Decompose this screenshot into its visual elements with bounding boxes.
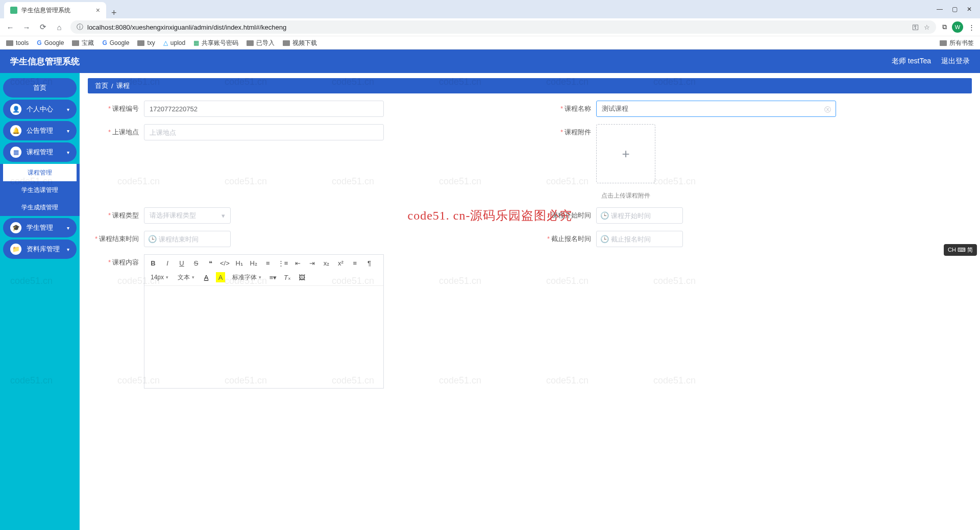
main-content: 首页 / 课程 *课程编号 *课程名称 ⓧ *上课地点 [80,73,980,530]
bookmark-item[interactable]: txy [137,39,155,46]
bookmark-item[interactable]: tools [6,39,29,46]
deadline-input[interactable] [596,231,683,247]
sidebar-sub-course-manage[interactable]: 课程管理 [3,164,77,181]
new-tab-button[interactable]: + [106,8,122,18]
course-id-input[interactable] [144,101,384,117]
bookmark-item[interactable]: △uplod [163,39,185,46]
ime-indicator: CH ⌨ 简 [944,244,977,256]
site-info-icon[interactable]: ⓘ [77,22,83,32]
indent-plus-icon[interactable]: ⇥ [307,258,316,268]
upload-hint: 点击上传课程附件 [596,191,655,200]
minimize-icon[interactable]: — [937,6,943,13]
forward-icon[interactable]: → [21,23,32,32]
maximize-icon[interactable]: ▢ [952,6,958,13]
clock-icon: 🕒 [600,211,609,220]
sidebar-item-profile[interactable]: 👤 个人中心 ▾ [3,100,77,119]
clear-icon[interactable]: ⓧ [824,105,831,114]
align-icon[interactable]: ≡ [350,258,359,268]
list-ol-icon[interactable]: ≡ [263,258,273,268]
bookmark-item[interactable]: 宝藏 [72,39,94,47]
sidebar-sub-student-grade[interactable]: 学生成绩管理 [0,199,80,216]
upload-icon: △ [163,39,168,46]
tab-title: 学生信息管理系统 [21,6,70,15]
italic-icon[interactable]: I [163,258,172,268]
sidebar-home[interactable]: 首页 [3,78,77,98]
profile-avatar[interactable]: W [952,21,963,33]
list-ul-icon[interactable]: ⋮≡ [278,258,288,268]
close-window-icon[interactable]: ✕ [967,6,972,13]
address-bar: ← → ⟳ ⌂ ⓘ localhost:8080/xueshengxinxigu… [0,18,980,36]
strike-icon[interactable]: S [191,258,201,268]
end-time-label: 课程结束时间 [99,235,139,243]
upload-box[interactable]: + [596,124,655,183]
indent-minus-icon[interactable]: ⇤ [293,258,302,268]
sub-icon[interactable]: x₂ [322,258,331,268]
home-icon[interactable]: ⌂ [54,23,64,32]
sup-icon[interactable]: x² [336,258,345,268]
bookmark-item[interactable]: 视频下载 [283,39,317,47]
sidebar-item-course[interactable]: ▦ 课程管理 ▾ [3,142,77,162]
all-bookmarks[interactable]: 所有书签 [940,39,974,47]
extensions-icon[interactable]: ⧉ [942,23,947,31]
font-family-select[interactable]: 标准字体▾ [230,273,263,282]
password-key-icon[interactable]: ⚿ [912,23,919,31]
close-tab-icon[interactable]: × [96,6,100,14]
reload-icon[interactable]: ⟳ [38,22,48,32]
bookmark-star-icon[interactable]: ☆ [924,23,930,31]
folder-icon [940,40,947,46]
direction-icon[interactable]: ¶ [364,258,374,268]
back-icon[interactable]: ← [5,23,15,32]
folder-icon: 📁 [10,244,21,255]
google-icon: G [37,39,41,46]
sidebar-sub-student-select[interactable]: 学生选课管理 [0,181,80,199]
align-select-icon[interactable]: ≡▾ [268,272,278,282]
editor-toolbar: B I U S ❝ </> H₁ H₂ ≡ ⋮≡ ⇤ ⇥ x₂ [144,255,383,286]
bookmark-item[interactable]: ▦共享账号密码 [193,39,238,47]
bold-icon[interactable]: B [149,258,158,268]
bookmark-bar: tools GGoogle 宝藏 GGoogle txy △uplod ▦共享账… [0,36,980,50]
url-input[interactable]: ⓘ localhost:8080/xueshengxinxiguanli/adm… [70,20,936,34]
browser-tab[interactable]: 学生信息管理系统 × [4,2,106,18]
chevron-down-icon: ▾ [67,107,69,112]
sidebar-submenu-course: 课程管理 学生选课管理 学生成绩管理 [0,164,80,216]
bookmark-item[interactable]: GGoogle [102,39,129,46]
deadline-label: 截止报名时间 [551,235,591,243]
breadcrumb: 首页 / 课程 [88,78,972,93]
bookmark-item[interactable]: GGoogle [37,39,64,46]
h2-icon[interactable]: H₂ [249,258,258,268]
end-time-input[interactable] [144,231,231,247]
course-name-label: 课程名称 [565,105,591,112]
plus-icon: + [622,146,629,162]
image-icon[interactable]: 🖼 [297,272,306,282]
user-label[interactable]: 老师 testTea [892,57,931,66]
clear-format-icon[interactable]: Tₓ [283,272,292,282]
text-style-select[interactable]: 文本▾ [176,273,197,282]
bg-color-icon[interactable]: A [216,272,225,282]
app-header: 学生信息管理系统 老师 testTea 退出登录 [0,50,980,73]
window-controls: — ▢ ✕ [937,0,980,18]
h1-icon[interactable]: H₁ [235,258,244,268]
course-type-select[interactable]: 请选择课程类型 ▾ [144,207,231,224]
sidebar-item-student[interactable]: 🎓 学生管理 ▾ [3,218,77,237]
grid-icon: ▦ [10,147,21,158]
location-label: 上课地点 [112,128,139,136]
text-color-icon[interactable]: A [202,272,211,282]
bookmark-item[interactable]: 已导入 [247,39,275,47]
rich-editor: B I U S ❝ </> H₁ H₂ ≡ ⋮≡ ⇤ ⇥ x₂ [144,254,384,389]
breadcrumb-home[interactable]: 首页 [95,81,108,90]
location-input[interactable] [144,124,384,140]
sheet-icon: ▦ [193,39,199,46]
course-name-input[interactable] [596,101,836,117]
underline-icon[interactable]: U [177,258,186,268]
start-time-input[interactable] [596,207,683,224]
editor-body[interactable] [144,286,383,388]
menu-dots-icon[interactable]: ⋮ [968,23,975,31]
quote-icon[interactable]: ❝ [206,258,215,268]
chevron-down-icon: ▾ [222,212,225,220]
code-icon[interactable]: </> [220,258,230,268]
sidebar-item-notice[interactable]: 🔔 公告管理 ▾ [3,121,77,140]
font-size-select[interactable]: 14px▾ [149,274,170,281]
chevron-down-icon: ▾ [67,225,69,231]
sidebar-item-resources[interactable]: 📁 资料库管理 ▾ [3,239,77,259]
logout-button[interactable]: 退出登录 [941,57,970,66]
